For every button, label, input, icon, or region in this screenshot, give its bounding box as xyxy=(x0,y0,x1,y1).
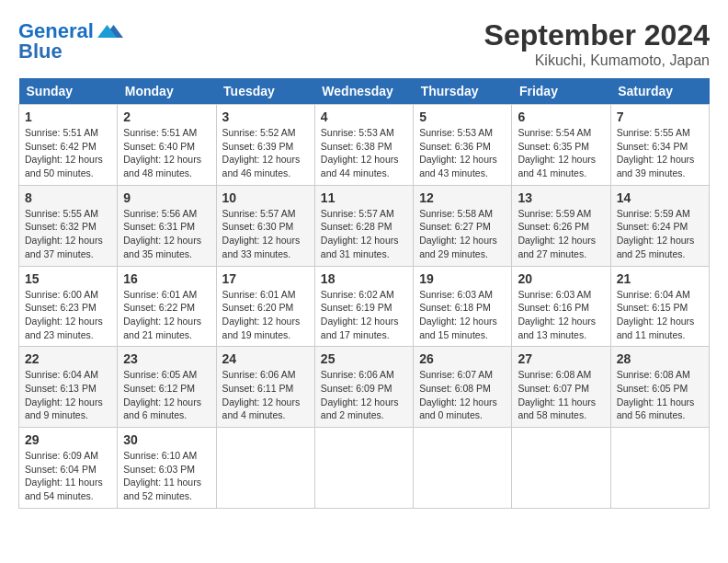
weekday-header-wednesday: Wednesday xyxy=(314,78,413,105)
day-info: Sunrise: 5:54 AMSunset: 6:35 PMDaylight:… xyxy=(518,126,604,180)
day-info: Sunrise: 6:01 AMSunset: 6:20 PMDaylight:… xyxy=(222,288,309,342)
day-info: Sunrise: 5:53 AMSunset: 6:36 PMDaylight:… xyxy=(419,126,506,180)
day-number: 2 xyxy=(123,109,210,124)
header: General Blue September 2024 Kikuchi, Kum… xyxy=(18,18,710,69)
day-info: Sunrise: 6:03 AMSunset: 6:16 PMDaylight:… xyxy=(518,288,604,342)
day-info: Sunrise: 6:10 AMSunset: 6:03 PMDaylight:… xyxy=(123,449,210,503)
week-row-4: 22 Sunrise: 6:04 AMSunset: 6:13 PMDaylig… xyxy=(19,347,710,428)
weekday-header-monday: Monday xyxy=(118,78,216,105)
day-number: 20 xyxy=(518,271,604,286)
day-number: 16 xyxy=(123,271,210,286)
day-cell-18: 18 Sunrise: 6:02 AMSunset: 6:19 PMDaylig… xyxy=(314,266,413,347)
day-number: 1 xyxy=(25,109,111,124)
day-info: Sunrise: 6:06 AMSunset: 6:09 PMDaylight:… xyxy=(321,368,407,422)
day-info: Sunrise: 5:55 AMSunset: 6:34 PMDaylight:… xyxy=(617,126,703,180)
title-area: September 2024 Kikuchi, Kumamoto, Japan xyxy=(484,18,710,69)
weekday-header-row: SundayMondayTuesdayWednesdayThursdayFrid… xyxy=(19,78,710,105)
day-number: 6 xyxy=(518,109,604,124)
weekday-header-sunday: Sunday xyxy=(19,78,118,105)
day-number: 4 xyxy=(321,109,407,124)
logo-icon xyxy=(97,18,123,44)
day-info: Sunrise: 5:58 AMSunset: 6:27 PMDaylight:… xyxy=(419,207,506,261)
weekday-header-tuesday: Tuesday xyxy=(216,78,314,105)
day-number: 12 xyxy=(419,190,506,205)
day-number: 30 xyxy=(123,432,210,447)
day-number: 28 xyxy=(617,351,703,366)
day-number: 13 xyxy=(518,190,604,205)
day-cell-6: 6 Sunrise: 5:54 AMSunset: 6:35 PMDayligh… xyxy=(512,105,610,186)
day-number: 14 xyxy=(617,190,703,205)
day-cell-21: 21 Sunrise: 6:04 AMSunset: 6:15 PMDaylig… xyxy=(610,266,709,347)
day-cell-1: 1 Sunrise: 5:51 AMSunset: 6:42 PMDayligh… xyxy=(19,105,118,186)
main-title: September 2024 xyxy=(484,18,710,52)
day-cell-27: 27 Sunrise: 6:08 AMSunset: 6:07 PMDaylig… xyxy=(512,347,610,428)
day-cell-10: 10 Sunrise: 5:57 AMSunset: 6:30 PMDaylig… xyxy=(216,185,314,266)
day-number: 24 xyxy=(222,351,309,366)
day-cell-4: 4 Sunrise: 5:53 AMSunset: 6:38 PMDayligh… xyxy=(314,105,413,186)
day-cell-24: 24 Sunrise: 6:06 AMSunset: 6:11 PMDaylig… xyxy=(216,347,314,428)
day-number: 18 xyxy=(321,271,407,286)
week-row-1: 1 Sunrise: 5:51 AMSunset: 6:42 PMDayligh… xyxy=(19,105,710,186)
day-cell-22: 22 Sunrise: 6:04 AMSunset: 6:13 PMDaylig… xyxy=(19,347,118,428)
day-cell-28: 28 Sunrise: 6:08 AMSunset: 6:05 PMDaylig… xyxy=(610,347,709,428)
day-cell-12: 12 Sunrise: 5:58 AMSunset: 6:27 PMDaylig… xyxy=(414,185,512,266)
empty-cell xyxy=(216,428,314,509)
day-info: Sunrise: 5:51 AMSunset: 6:42 PMDaylight:… xyxy=(25,126,111,180)
day-info: Sunrise: 6:08 AMSunset: 6:05 PMDaylight:… xyxy=(617,368,703,422)
day-cell-29: 29 Sunrise: 6:09 AMSunset: 6:04 PMDaylig… xyxy=(19,428,118,509)
day-info: Sunrise: 6:09 AMSunset: 6:04 PMDaylight:… xyxy=(25,449,111,503)
day-info: Sunrise: 5:56 AMSunset: 6:31 PMDaylight:… xyxy=(123,207,210,261)
week-row-5: 29 Sunrise: 6:09 AMSunset: 6:04 PMDaylig… xyxy=(19,428,710,509)
day-info: Sunrise: 6:03 AMSunset: 6:18 PMDaylight:… xyxy=(419,288,506,342)
logo: General Blue xyxy=(18,18,123,63)
day-info: Sunrise: 5:57 AMSunset: 6:30 PMDaylight:… xyxy=(222,207,309,261)
empty-cell xyxy=(610,428,709,509)
week-row-2: 8 Sunrise: 5:55 AMSunset: 6:32 PMDayligh… xyxy=(19,185,710,266)
day-cell-2: 2 Sunrise: 5:51 AMSunset: 6:40 PMDayligh… xyxy=(118,105,216,186)
day-info: Sunrise: 6:08 AMSunset: 6:07 PMDaylight:… xyxy=(518,368,604,422)
day-cell-11: 11 Sunrise: 5:57 AMSunset: 6:28 PMDaylig… xyxy=(314,185,413,266)
day-cell-15: 15 Sunrise: 6:00 AMSunset: 6:23 PMDaylig… xyxy=(19,266,118,347)
day-number: 25 xyxy=(321,351,407,366)
week-row-3: 15 Sunrise: 6:00 AMSunset: 6:23 PMDaylig… xyxy=(19,266,710,347)
day-number: 11 xyxy=(321,190,407,205)
day-cell-23: 23 Sunrise: 6:05 AMSunset: 6:12 PMDaylig… xyxy=(118,347,216,428)
day-number: 8 xyxy=(25,190,111,205)
day-cell-19: 19 Sunrise: 6:03 AMSunset: 6:18 PMDaylig… xyxy=(414,266,512,347)
day-cell-9: 9 Sunrise: 5:56 AMSunset: 6:31 PMDayligh… xyxy=(118,185,216,266)
day-cell-17: 17 Sunrise: 6:01 AMSunset: 6:20 PMDaylig… xyxy=(216,266,314,347)
day-number: 9 xyxy=(123,190,210,205)
day-info: Sunrise: 5:55 AMSunset: 6:32 PMDaylight:… xyxy=(25,207,111,261)
day-number: 23 xyxy=(123,351,210,366)
day-info: Sunrise: 6:06 AMSunset: 6:11 PMDaylight:… xyxy=(222,368,309,422)
day-cell-3: 3 Sunrise: 5:52 AMSunset: 6:39 PMDayligh… xyxy=(216,105,314,186)
day-cell-26: 26 Sunrise: 6:07 AMSunset: 6:08 PMDaylig… xyxy=(414,347,512,428)
day-number: 26 xyxy=(419,351,506,366)
day-info: Sunrise: 5:53 AMSunset: 6:38 PMDaylight:… xyxy=(321,126,407,180)
day-info: Sunrise: 5:59 AMSunset: 6:24 PMDaylight:… xyxy=(617,207,703,261)
empty-cell xyxy=(414,428,512,509)
day-info: Sunrise: 6:04 AMSunset: 6:15 PMDaylight:… xyxy=(617,288,703,342)
calendar-table: SundayMondayTuesdayWednesdayThursdayFrid… xyxy=(18,78,710,509)
day-cell-20: 20 Sunrise: 6:03 AMSunset: 6:16 PMDaylig… xyxy=(512,266,610,347)
day-info: Sunrise: 6:02 AMSunset: 6:19 PMDaylight:… xyxy=(321,288,407,342)
day-info: Sunrise: 6:05 AMSunset: 6:12 PMDaylight:… xyxy=(123,368,210,422)
day-cell-30: 30 Sunrise: 6:10 AMSunset: 6:03 PMDaylig… xyxy=(118,428,216,509)
day-number: 29 xyxy=(25,432,111,447)
day-cell-16: 16 Sunrise: 6:01 AMSunset: 6:22 PMDaylig… xyxy=(118,266,216,347)
weekday-header-thursday: Thursday xyxy=(414,78,512,105)
day-number: 7 xyxy=(617,109,703,124)
day-info: Sunrise: 5:51 AMSunset: 6:40 PMDaylight:… xyxy=(123,126,210,180)
day-cell-5: 5 Sunrise: 5:53 AMSunset: 6:36 PMDayligh… xyxy=(414,105,512,186)
day-cell-8: 8 Sunrise: 5:55 AMSunset: 6:32 PMDayligh… xyxy=(19,185,118,266)
day-number: 5 xyxy=(419,109,506,124)
day-info: Sunrise: 6:01 AMSunset: 6:22 PMDaylight:… xyxy=(123,288,210,342)
day-number: 15 xyxy=(25,271,111,286)
day-info: Sunrise: 6:04 AMSunset: 6:13 PMDaylight:… xyxy=(25,368,111,422)
day-number: 27 xyxy=(518,351,604,366)
day-cell-7: 7 Sunrise: 5:55 AMSunset: 6:34 PMDayligh… xyxy=(610,105,709,186)
weekday-header-saturday: Saturday xyxy=(610,78,709,105)
subtitle: Kikuchi, Kumamoto, Japan xyxy=(484,52,710,69)
day-info: Sunrise: 5:59 AMSunset: 6:26 PMDaylight:… xyxy=(518,207,604,261)
day-number: 19 xyxy=(419,271,506,286)
